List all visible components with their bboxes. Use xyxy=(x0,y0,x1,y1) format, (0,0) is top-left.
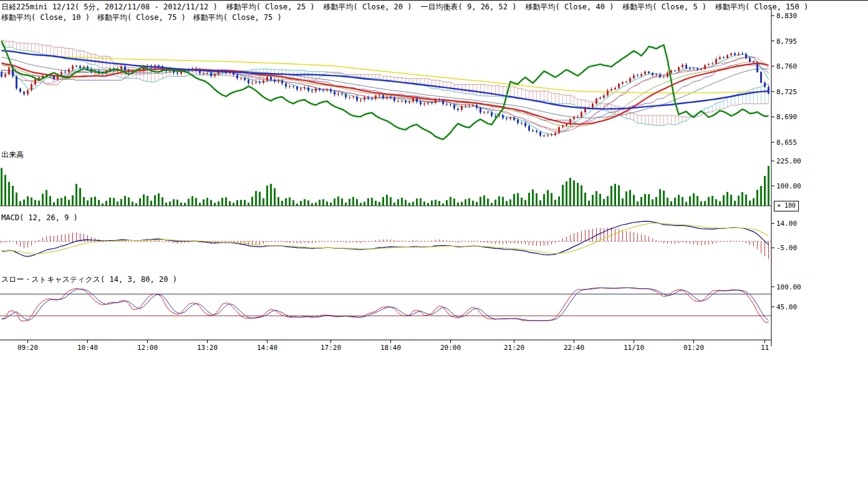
candle-body xyxy=(554,133,556,135)
price-axis-label: 8,655 xyxy=(776,138,797,147)
volume-bar xyxy=(322,199,324,206)
candle-body xyxy=(768,87,769,94)
volume-bar xyxy=(599,194,601,206)
volume-bar xyxy=(42,194,44,206)
volume-bar xyxy=(506,201,508,206)
candle-body xyxy=(300,89,302,90)
volume-bar xyxy=(296,203,298,206)
candle-body xyxy=(693,69,695,69)
candle-body xyxy=(364,97,365,100)
volume-bar xyxy=(263,198,264,206)
candle-body xyxy=(719,57,721,59)
volume-bar xyxy=(760,186,762,206)
volume-bar xyxy=(547,190,549,206)
volume-bar xyxy=(655,197,657,206)
volume-bar xyxy=(442,203,444,206)
volume-bar xyxy=(165,203,167,206)
volume-panel-title: 出来高 xyxy=(1,150,24,160)
chart-canvas[interactable]: 8,8308,7958,7608,7258,6908,655225.00100.… xyxy=(0,0,804,359)
candle-body xyxy=(667,72,668,77)
volume-bar xyxy=(678,195,680,206)
chart-header-row2: 移動平均( Close, 10 ) 移動平均( Close, 75 ) 移動平均… xyxy=(1,13,282,22)
candle-body xyxy=(60,72,62,75)
candle-body xyxy=(210,73,212,76)
volume-bar xyxy=(528,193,530,206)
candle-body xyxy=(562,126,564,128)
volume-bar xyxy=(16,193,17,206)
volume-bar xyxy=(326,201,328,206)
candle-body xyxy=(64,72,66,72)
volume-bar xyxy=(8,182,10,206)
volume-bar xyxy=(551,193,552,206)
time-axis-label: 21:20 xyxy=(504,344,524,352)
candle-body xyxy=(176,73,178,74)
volume-bar xyxy=(214,203,216,206)
volume-bar xyxy=(468,198,470,206)
candle-body xyxy=(34,79,36,84)
candle-body xyxy=(453,105,455,109)
candle-body xyxy=(558,127,560,133)
volume-bar xyxy=(558,196,560,206)
volume-bar xyxy=(487,198,489,206)
volume-bar xyxy=(730,195,732,206)
volume-bar xyxy=(270,184,272,206)
candle-body xyxy=(315,89,317,92)
volume-bar xyxy=(221,198,223,206)
time-axis-label: 20:00 xyxy=(440,344,461,352)
candle-body xyxy=(648,72,650,74)
candle-body xyxy=(23,92,25,94)
volume-bar xyxy=(427,203,429,206)
volume-bar xyxy=(169,201,171,206)
candle-body xyxy=(689,69,691,69)
volume-bar xyxy=(764,176,766,206)
volume-bar xyxy=(176,200,178,206)
volume-bar xyxy=(423,201,425,206)
volume-bar xyxy=(457,203,459,206)
volume-bar xyxy=(191,196,193,206)
volume-bar xyxy=(689,196,691,206)
volume-bar xyxy=(367,198,369,206)
candle-body xyxy=(577,117,579,117)
candle-body xyxy=(427,102,429,104)
volume-bar xyxy=(420,198,422,206)
candle-body xyxy=(539,132,541,135)
candle-body xyxy=(521,123,523,123)
candle-body xyxy=(487,112,489,112)
volume-bar xyxy=(199,203,201,206)
candle-body xyxy=(263,80,264,82)
candle-body xyxy=(637,75,639,76)
candle-body xyxy=(659,75,661,77)
volume-bar xyxy=(607,196,609,206)
volume-bar xyxy=(57,199,59,206)
time-axis-label: 18:40 xyxy=(380,344,401,352)
volume-bar xyxy=(382,197,384,206)
volume-bar xyxy=(401,198,403,206)
time-axis-label: 13:20 xyxy=(197,344,218,352)
candle-body xyxy=(352,97,354,97)
time-axis-label: 14:40 xyxy=(257,344,277,352)
candle-body xyxy=(322,90,324,90)
volume-bar xyxy=(397,199,399,206)
candle-body xyxy=(461,106,463,110)
candle-body xyxy=(711,64,713,64)
volume-bar xyxy=(435,200,436,206)
candle-body xyxy=(337,94,339,95)
candle-body xyxy=(345,94,347,97)
volume-bar xyxy=(554,200,556,206)
volume-bar xyxy=(509,200,511,206)
volume-bar xyxy=(502,197,504,206)
volume-bar xyxy=(708,197,710,206)
macd-panel-title: MACD( 12, 26, 9 ) xyxy=(1,213,78,222)
candle-body xyxy=(573,117,575,119)
candle-body xyxy=(68,69,70,72)
volume-bar xyxy=(147,196,148,206)
volume-bar xyxy=(532,190,534,206)
time-axis-label: 09:20 xyxy=(17,344,38,352)
volume-bar xyxy=(768,166,769,206)
ma-25-line xyxy=(2,63,769,124)
candle-body xyxy=(304,88,306,89)
time-axis-label: 11 xyxy=(761,344,769,352)
volume-bar xyxy=(629,190,631,206)
volume-bar xyxy=(704,201,706,206)
candle-body xyxy=(442,100,444,104)
